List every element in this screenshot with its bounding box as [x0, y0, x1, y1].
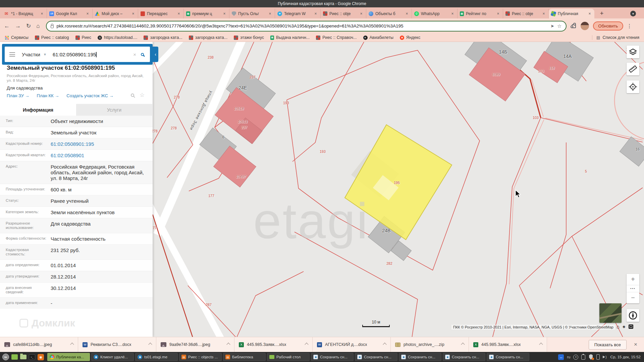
- tab-search-menu-icon[interactable]: ▾: [630, 11, 636, 16]
- parcel-link[interactable]: План КК →: [37, 93, 59, 98]
- volume-tray-icon[interactable]: [603, 355, 606, 359]
- media-launcher-icon[interactable]: [38, 354, 44, 360]
- info-value[interactable]: 61:02:0508901: [50, 150, 153, 161]
- bookmark-star-icon[interactable]: ☆: [557, 23, 561, 29]
- term-launcher-icon[interactable]: [29, 354, 35, 360]
- tab-close-icon[interactable]: ×: [131, 11, 136, 16]
- browser-tab[interactable]: Риес :: obje×: [503, 9, 549, 18]
- parcel-link[interactable]: План ЗУ →: [7, 93, 30, 98]
- forward-button[interactable]: →: [15, 23, 21, 29]
- menu-launcher-icon[interactable]: [2, 354, 9, 360]
- fullscreen-icon[interactable]: [629, 324, 633, 329]
- browser-tab[interactable]: Публичная×: [549, 9, 594, 18]
- tab-close-icon[interactable]: ×: [405, 11, 409, 16]
- reading-list-button[interactable]: Список для чтения: [592, 35, 644, 40]
- taskbar-window[interactable]: Сохранить сн...: [311, 353, 354, 361]
- search-category-select[interactable]: Участки: [22, 52, 40, 57]
- show-all-downloads-button[interactable]: Показать все: [589, 340, 627, 350]
- bookmark-item[interactable]: Яндекс: [400, 35, 420, 40]
- browser-tab[interactable]: Google Кал×: [47, 9, 93, 18]
- profile-avatar[interactable]: [581, 22, 589, 30]
- extensions-icon[interactable]: [572, 24, 576, 28]
- teamviewer-tray-icon[interactable]: [558, 354, 564, 360]
- collapse-panel-button[interactable]: [153, 47, 158, 62]
- address-bar[interactable]: pkk.rosreestr.ru/#/search/47.27438481144…: [46, 21, 567, 32]
- chrome-update-button[interactable]: Обновить: [593, 21, 624, 31]
- tab-close-icon[interactable]: ×: [222, 11, 227, 16]
- browser-tab[interactable]: Переадрес×: [138, 9, 184, 18]
- back-button[interactable]: ←: [4, 23, 10, 29]
- layers-button[interactable]: [627, 46, 639, 58]
- info-value[interactable]: 61:02:0508901:195: [50, 138, 153, 149]
- measure-button[interactable]: [627, 63, 639, 75]
- taskbar-window[interactable]: Риес :: objects ...: [179, 353, 222, 361]
- taskbar-clock[interactable]: Ср, 15 дек, 15:52: [610, 355, 644, 359]
- url-text[interactable]: pkk.rosreestr.ru/#/search/47.27438481144…: [57, 23, 548, 28]
- tab-close-icon[interactable]: ×: [587, 11, 592, 16]
- new-tab-button[interactable]: +: [598, 10, 606, 17]
- chevron-up-icon[interactable]: [70, 343, 74, 346]
- panel-tab-inactive[interactable]: Услуги: [76, 104, 152, 116]
- browser-tab[interactable]: Мой диск –×: [93, 9, 138, 18]
- bookmark-item[interactable]: Риес :: Справоч...: [316, 35, 357, 40]
- taskbar-window[interactable]: Рабочий стол: [267, 353, 310, 361]
- tab-close-icon[interactable]: ×: [496, 11, 500, 16]
- tab-close-icon[interactable]: ×: [359, 11, 364, 16]
- bookmark-item[interactable]: Риес: [75, 35, 92, 40]
- bookmark-item[interactable]: https://autoload....: [98, 35, 137, 40]
- share-icon[interactable]: ➤: [550, 23, 554, 28]
- tab-close-icon[interactable]: ×: [313, 11, 318, 16]
- locate-button[interactable]: [627, 80, 639, 93]
- download-item[interactable]: 445.985.Заявк....xlsx: [234, 337, 313, 352]
- download-item[interactable]: 9aa9e74f-36d6....jpeg: [156, 337, 234, 352]
- chevron-up-icon[interactable]: [461, 343, 465, 346]
- lang-tray-icon[interactable]: ru: [567, 355, 570, 359]
- browser-menu-icon[interactable]: ⋮: [627, 23, 632, 29]
- chevron-up-icon[interactable]: [226, 343, 230, 346]
- close-downloads-bar-icon[interactable]: ×: [634, 341, 637, 348]
- taskbar-window[interactable]: Публичная ка...: [47, 353, 90, 361]
- parcel-link[interactable]: Создать участок ЖС →: [66, 93, 113, 98]
- download-item[interactable]: 445.985.Заявк....xlsx: [469, 337, 547, 352]
- tab-close-icon[interactable]: ×: [85, 11, 90, 16]
- bookmark-item[interactable]: Выдача наличн...: [270, 35, 310, 40]
- bookmark-item[interactable]: этажи бонус: [234, 35, 264, 40]
- tab-close-icon[interactable]: ×: [176, 11, 181, 16]
- browser-tab[interactable]: *1 - Входящ×: [1, 9, 47, 18]
- home-button[interactable]: ⌂: [36, 23, 40, 29]
- clipboard-tray-icon[interactable]: [581, 355, 585, 360]
- bookmark-item[interactable]: Авиабилеты: [363, 35, 394, 40]
- compass-button[interactable]: [627, 309, 639, 322]
- device-tray-icon[interactable]: [596, 354, 600, 360]
- overview-minimap[interactable]: [599, 303, 622, 323]
- bookmark-item[interactable]: Сервисы: [5, 35, 29, 40]
- tab-close-icon[interactable]: ×: [268, 11, 272, 16]
- zoom-more-button[interactable]: •••: [627, 285, 639, 292]
- search-icon[interactable]: [141, 53, 144, 56]
- folder-launcher-icon[interactable]: [20, 355, 26, 359]
- browser-tab[interactable]: премиум ц×: [184, 9, 229, 18]
- chevron-up-icon[interactable]: [383, 343, 386, 346]
- taskbar-window[interactable]: Сохранить сн...: [443, 353, 485, 361]
- tab-close-icon[interactable]: ×: [450, 11, 455, 16]
- default-extent-icon[interactable]: ◈: [623, 324, 625, 329]
- download-item[interactable]: Реквизиты СЗ....docx: [78, 337, 156, 352]
- chevron-up-icon[interactable]: [539, 343, 543, 346]
- chevron-up-icon[interactable]: [148, 343, 152, 346]
- download-item[interactable]: cafe88411d4b....jpeg: [0, 337, 78, 352]
- shield-tray-icon[interactable]: [588, 354, 593, 360]
- clear-search-icon[interactable]: ×: [133, 52, 136, 57]
- files-launcher-icon[interactable]: [11, 354, 18, 360]
- taskbar-window[interactable]: Клиент удалё...: [91, 353, 134, 361]
- zoom-out-button[interactable]: −: [627, 292, 639, 303]
- taskbar-window[interactable]: Сохранить сн...: [355, 353, 397, 361]
- search-input[interactable]: 61:02:0508901:195: [53, 52, 133, 57]
- circle-x-tray-icon[interactable]: [573, 355, 578, 360]
- taskbar-window[interactable]: Библиотека: [223, 353, 266, 361]
- download-item[interactable]: photos_archive_....zip: [391, 337, 469, 352]
- tab-close-icon[interactable]: ×: [541, 11, 546, 16]
- zoom-in-button[interactable]: +: [627, 274, 639, 285]
- tab-close-icon[interactable]: ×: [40, 11, 44, 16]
- chevron-down-icon[interactable]: ▼: [43, 53, 47, 56]
- reload-button[interactable]: ↻: [26, 22, 31, 29]
